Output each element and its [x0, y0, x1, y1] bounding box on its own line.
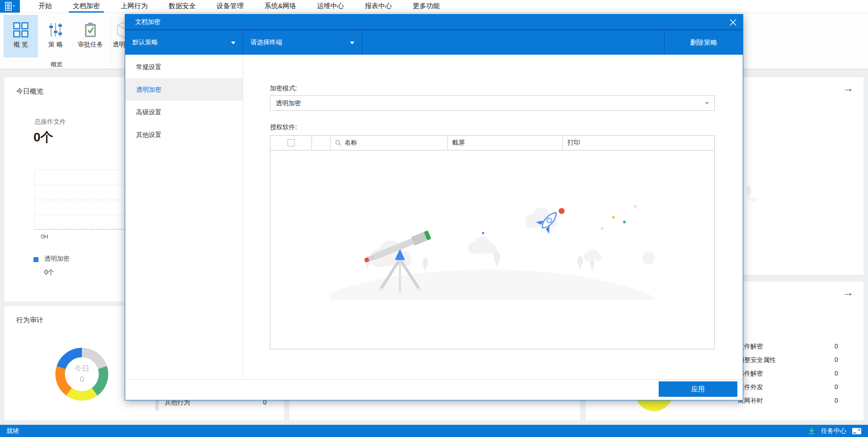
ribbon-group-label: 概览: [4, 61, 109, 69]
chevron-down-icon: [705, 102, 709, 104]
approval-tasks-button[interactable]: 审批任务: [71, 15, 109, 57]
approval-tasks-button-label: 审批任务: [78, 41, 103, 49]
search-icon: [335, 140, 342, 146]
document-encrypt-dialog: 文档加密 默认策略 请选择终端 删除策略 常规设置 透明加密 高级设置 其他设置…: [125, 14, 743, 400]
sidebar-item-general[interactable]: 常规设置: [125, 56, 243, 78]
menu-item-ops-center[interactable]: 运维中心: [307, 0, 354, 13]
header-cell-screenshot[interactable]: 截屏: [448, 136, 563, 150]
header-cell-blank: [312, 136, 330, 150]
header-cell-print[interactable]: 打印: [563, 136, 714, 150]
app-menu-button[interactable]: [0, 0, 20, 13]
donut-center-text: 今日 0: [50, 343, 113, 406]
counter-value: 0: [835, 339, 838, 353]
clipboard-check-icon: [82, 19, 99, 41]
sidebar-item-transparent-encrypt[interactable]: 透明加密: [125, 78, 243, 101]
header-cell-name[interactable]: 名称: [330, 136, 448, 150]
legend-color-swatch: [33, 257, 38, 262]
policy-dropdown-value: 默认策略: [132, 38, 158, 47]
dialog-titlebar: 文档加密: [125, 14, 743, 29]
counter-row-file-outgoing[interactable]: 文件外发 0: [738, 380, 845, 394]
counter-row-mail-decrypt[interactable]: 邮件解密 0: [738, 367, 845, 380]
policy-button-label: 策 略: [48, 41, 63, 49]
authorized-software-table: 名称 截屏 打印: [270, 135, 715, 349]
chart-axis-label: 0H: [41, 233, 48, 240]
legend-value: 0个: [44, 268, 54, 277]
encrypt-counters-list: 文件解密 0 调整安全属性 0 邮件解密 0 文件外发 0 离网补时 0: [738, 339, 845, 407]
overview-button-label: 概 览: [14, 41, 28, 49]
behavior-list-scrollbar[interactable]: [156, 400, 159, 411]
encrypt-mode-label: 加密模式:: [270, 85, 297, 93]
empty-state-illustration: [330, 193, 655, 300]
dialog-content: 加密模式: 透明加密 授权软件: 名称 截屏: [244, 56, 743, 379]
total-files-value: 0个: [33, 129, 53, 146]
header-cell-checkbox: [270, 136, 312, 150]
apply-button[interactable]: 应用: [659, 381, 737, 397]
screenshot-header-label: 截屏: [452, 139, 465, 147]
counter-value: 0: [835, 380, 838, 394]
select-all-checkbox[interactable]: [288, 139, 295, 146]
toolbar-spacer: [362, 30, 664, 55]
total-files-label: 总操作文件: [34, 118, 66, 126]
terminal-dropdown[interactable]: 请选择终端: [243, 30, 362, 55]
counter-row-file-decrypt[interactable]: 文件解密 0: [738, 339, 845, 353]
main-menu: 开始 文档加密 上网行为 数据安全 设备管理 系统&网络 运维中心 报表中心 更…: [28, 0, 450, 13]
faint-tree-illustration: [745, 185, 757, 203]
ribbon-group-separator: [110, 15, 111, 67]
menu-item-data-security[interactable]: 数据安全: [158, 0, 206, 13]
sidebar-item-other[interactable]: 其他设置: [125, 123, 243, 146]
dialog-toolbar: 默认策略 请选择终端 删除策略: [125, 29, 743, 55]
dialog-title: 文档加密: [135, 18, 160, 26]
authorized-software-label: 授权软件:: [270, 123, 297, 132]
grid-icon: [13, 19, 29, 41]
menu-item-doc-encrypt[interactable]: 文档加密: [62, 0, 110, 13]
dialog-sidebar: 常规设置 透明加密 高级设置 其他设置: [125, 56, 243, 400]
menu-item-device-mgmt[interactable]: 设备管理: [206, 0, 254, 13]
print-header-label: 打印: [567, 139, 580, 147]
counter-value: 0: [835, 394, 838, 407]
behavior-audit-title: 行为审计: [16, 316, 43, 324]
right-bottom-card-arrow[interactable]: →: [843, 286, 854, 299]
policy-dropdown[interactable]: 默认策略: [125, 30, 243, 55]
menu-item-more[interactable]: 更多功能: [402, 0, 450, 13]
encrypt-mode-select[interactable]: 透明加密: [270, 95, 715, 111]
menu-item-system-network[interactable]: 系统&网络: [254, 0, 307, 13]
counter-label: 调整安全属性: [738, 356, 776, 363]
menu-item-web-behavior[interactable]: 上网行为: [110, 0, 158, 13]
name-header-label: 名称: [344, 139, 357, 147]
counter-value: 0: [835, 367, 838, 380]
menu-item-report-center[interactable]: 报表中心: [354, 0, 402, 13]
right-top-card-arrow[interactable]: →: [843, 82, 854, 94]
download-icon[interactable]: [808, 427, 816, 435]
chevron-down-icon: [350, 42, 354, 44]
counter-value: 0: [835, 353, 838, 367]
table-header-row: 名称 截屏 打印: [270, 136, 714, 150]
today-overview-title: 今日概览: [16, 87, 43, 96]
terminal-dropdown-value: 请选择终端: [250, 38, 282, 47]
counter-row-offline-time[interactable]: 离网补时 0: [738, 394, 845, 407]
encrypt-mode-value: 透明加密: [276, 99, 301, 107]
document-menu-icon: [4, 2, 16, 11]
close-icon[interactable]: [728, 18, 737, 27]
counter-row-adjust-security[interactable]: 调整安全属性 0: [738, 353, 845, 367]
status-ready-text: 就绪: [6, 427, 19, 435]
overview-button[interactable]: 概 览: [4, 15, 38, 57]
status-bar: 就绪 任务中心: [0, 425, 868, 437]
sidebar-item-advanced[interactable]: 高级设置: [125, 101, 243, 123]
chevron-down-icon: [231, 42, 236, 44]
menu-bar: 开始 文档加密 上网行为 数据安全 设备管理 系统&网络 运维中心 报表中心 更…: [0, 0, 868, 13]
delete-policy-button[interactable]: 删除策略: [664, 30, 743, 55]
donut-center-label: 今日: [74, 363, 90, 374]
task-center-link[interactable]: 任务中心: [821, 427, 846, 435]
sliders-icon: [47, 19, 64, 41]
menu-item-start[interactable]: 开始: [28, 0, 62, 13]
message-window-icon[interactable]: [852, 428, 862, 435]
policy-button[interactable]: 策 略: [42, 15, 70, 57]
donut-center-value: 0: [80, 374, 84, 385]
dialog-footer: 应用: [125, 379, 743, 400]
legend-label: 透明加密: [44, 255, 70, 263]
